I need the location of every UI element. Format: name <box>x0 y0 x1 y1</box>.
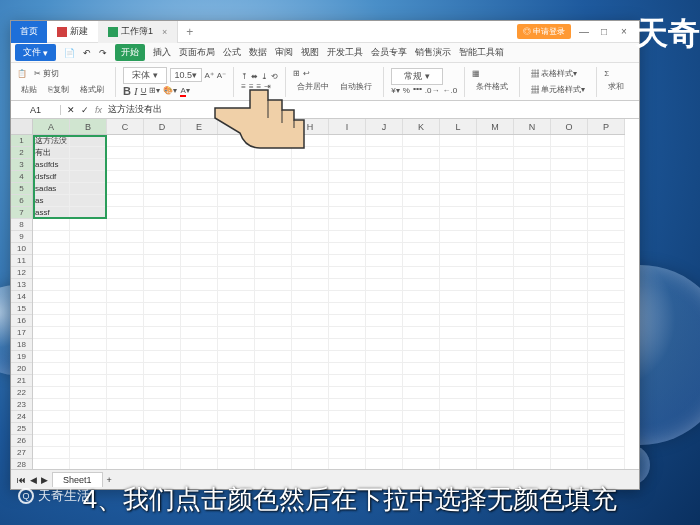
cell-D14[interactable] <box>144 291 181 303</box>
cell-C23[interactable] <box>107 399 144 411</box>
cell-B9[interactable] <box>70 231 107 243</box>
cell-H18[interactable] <box>292 339 329 351</box>
cell-M13[interactable] <box>477 279 514 291</box>
cell-N13[interactable] <box>514 279 551 291</box>
cell-P24[interactable] <box>588 411 625 423</box>
row-header-8[interactable]: 8 <box>11 219 32 231</box>
cell-A3[interactable]: asdfds <box>33 159 70 171</box>
format-painter-button[interactable]: 格式刷 <box>76 82 108 97</box>
cell-I14[interactable] <box>329 291 366 303</box>
row-header-9[interactable]: 9 <box>11 231 32 243</box>
cell-K25[interactable] <box>403 423 440 435</box>
cell-N1[interactable] <box>514 135 551 147</box>
col-header-A[interactable]: A <box>33 119 70 134</box>
cell-E24[interactable] <box>181 411 218 423</box>
row-header-23[interactable]: 23 <box>11 399 32 411</box>
cell-E13[interactable] <box>181 279 218 291</box>
cell-M26[interactable] <box>477 435 514 447</box>
cell-K3[interactable] <box>403 159 440 171</box>
cell-M17[interactable] <box>477 327 514 339</box>
cell-G20[interactable] <box>255 363 292 375</box>
cell-I13[interactable] <box>329 279 366 291</box>
cell-I9[interactable] <box>329 231 366 243</box>
add-tab-button[interactable]: + <box>178 25 201 39</box>
cell-L1[interactable] <box>440 135 477 147</box>
cell-M7[interactable] <box>477 207 514 219</box>
cell-K14[interactable] <box>403 291 440 303</box>
cell-A13[interactable] <box>33 279 70 291</box>
cell-I25[interactable] <box>329 423 366 435</box>
cell-M12[interactable] <box>477 267 514 279</box>
cell-E27[interactable] <box>181 447 218 459</box>
cell-O9[interactable] <box>551 231 588 243</box>
row-header-13[interactable]: 13 <box>11 279 32 291</box>
cell-C4[interactable] <box>107 171 144 183</box>
cell-K21[interactable] <box>403 375 440 387</box>
cell-B1[interactable] <box>70 135 107 147</box>
cell-J28[interactable] <box>366 459 403 469</box>
cell-O16[interactable] <box>551 315 588 327</box>
cell-A10[interactable] <box>33 243 70 255</box>
cell-C14[interactable] <box>107 291 144 303</box>
cell-H7[interactable] <box>292 207 329 219</box>
sum-button[interactable]: 求和 <box>604 79 628 94</box>
cell-F6[interactable] <box>218 195 255 207</box>
cell-O1[interactable] <box>551 135 588 147</box>
cell-H9[interactable] <box>292 231 329 243</box>
cell-M1[interactable] <box>477 135 514 147</box>
cell-P4[interactable] <box>588 171 625 183</box>
cell-D23[interactable] <box>144 399 181 411</box>
cell-P17[interactable] <box>588 327 625 339</box>
cell-J6[interactable] <box>366 195 403 207</box>
cell-H14[interactable] <box>292 291 329 303</box>
cell-E18[interactable] <box>181 339 218 351</box>
cell-I7[interactable] <box>329 207 366 219</box>
cell-I8[interactable] <box>329 219 366 231</box>
cut-button[interactable]: ✂ 剪切 <box>30 66 63 81</box>
cell-P15[interactable] <box>588 303 625 315</box>
cell-N2[interactable] <box>514 147 551 159</box>
cell-J9[interactable] <box>366 231 403 243</box>
cell-I24[interactable] <box>329 411 366 423</box>
cell-A14[interactable] <box>33 291 70 303</box>
row-header-12[interactable]: 12 <box>11 267 32 279</box>
cell-F26[interactable] <box>218 435 255 447</box>
col-header-C[interactable]: C <box>107 119 144 134</box>
cell-N16[interactable] <box>514 315 551 327</box>
cell-F23[interactable] <box>218 399 255 411</box>
cell-B6[interactable] <box>70 195 107 207</box>
cell-I19[interactable] <box>329 351 366 363</box>
cell-C20[interactable] <box>107 363 144 375</box>
cell-C24[interactable] <box>107 411 144 423</box>
cell-C18[interactable] <box>107 339 144 351</box>
cell-G26[interactable] <box>255 435 292 447</box>
close-button[interactable]: × <box>617 26 631 37</box>
cell-G8[interactable] <box>255 219 292 231</box>
cell-J17[interactable] <box>366 327 403 339</box>
cell-O13[interactable] <box>551 279 588 291</box>
cell-F5[interactable] <box>218 183 255 195</box>
cell-G12[interactable] <box>255 267 292 279</box>
cell-M15[interactable] <box>477 303 514 315</box>
cell-M22[interactable] <box>477 387 514 399</box>
cell-C10[interactable] <box>107 243 144 255</box>
cell-N8[interactable] <box>514 219 551 231</box>
cell-C12[interactable] <box>107 267 144 279</box>
cell-P25[interactable] <box>588 423 625 435</box>
cell-D4[interactable] <box>144 171 181 183</box>
cell-L15[interactable] <box>440 303 477 315</box>
cell-D12[interactable] <box>144 267 181 279</box>
cell-B14[interactable] <box>70 291 107 303</box>
cell-O25[interactable] <box>551 423 588 435</box>
cell-D9[interactable] <box>144 231 181 243</box>
cell-M27[interactable] <box>477 447 514 459</box>
cell-J26[interactable] <box>366 435 403 447</box>
login-button[interactable]: ◎ 申请登录 <box>517 24 571 39</box>
cell-O15[interactable] <box>551 303 588 315</box>
cell-G19[interactable] <box>255 351 292 363</box>
cell-B23[interactable] <box>70 399 107 411</box>
cell-L8[interactable] <box>440 219 477 231</box>
cell-I26[interactable] <box>329 435 366 447</box>
cell-P21[interactable] <box>588 375 625 387</box>
cell-M19[interactable] <box>477 351 514 363</box>
